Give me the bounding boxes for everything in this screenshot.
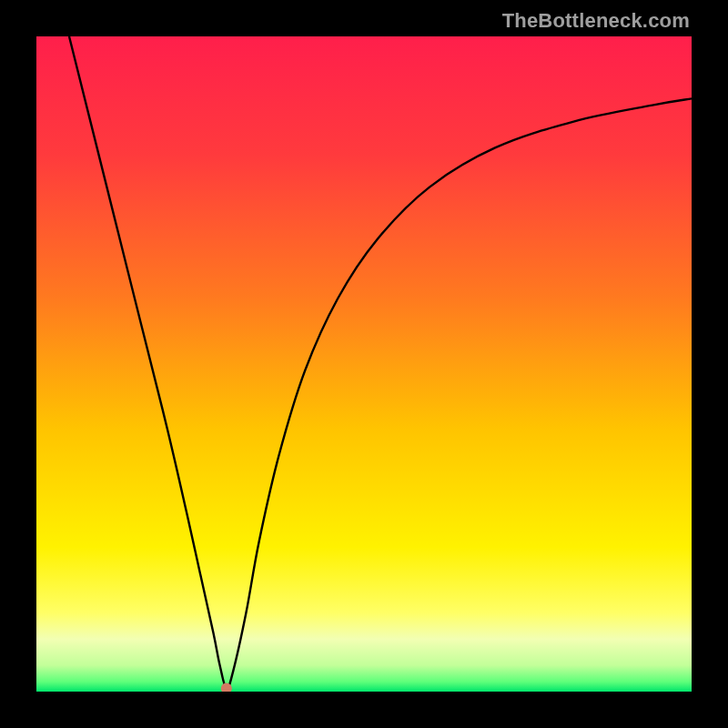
- watermark-label: TheBottleneck.com: [502, 9, 690, 33]
- plot-area: [36, 36, 692, 692]
- chart-frame: TheBottleneck.com: [0, 0, 728, 728]
- bottleneck-curve: [69, 36, 692, 689]
- curve-layer: [36, 36, 692, 692]
